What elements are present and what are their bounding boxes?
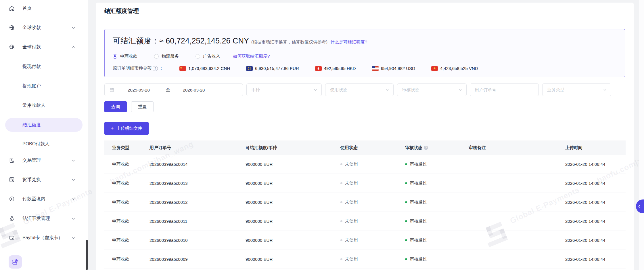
radio-icon <box>113 54 117 59</box>
business-type-radios: 电商收款 物流服务 广告收入 如何获取结汇额度? <box>113 54 270 59</box>
sidebar-divider <box>0 253 88 253</box>
filter-bar: 2025-09-28 至 2026-03-28 币种 使用状态 审核状态 业务类… <box>96 83 634 96</box>
column-header: 审核状态 ? <box>405 145 469 151</box>
sidebar-item-domestic-payment[interactable]: 付款至境内 <box>0 192 88 206</box>
sidebar-item-label: POBO付款人 <box>22 141 49 147</box>
column-header: 审核备注 <box>469 145 565 151</box>
date-separator: 至 <box>166 87 170 93</box>
order-number-input[interactable] <box>470 83 539 96</box>
help-icon[interactable]: ? <box>424 146 428 150</box>
money-bag-icon <box>9 215 15 222</box>
audit-status-select[interactable]: 审核状态 <box>397 83 467 96</box>
quota-amount: ≈ 60,724,252,145.26 CNY <box>159 37 249 45</box>
table-row: 电商收款 202600399abc0011 9000000 EUR 未使用 审核… <box>104 212 626 231</box>
table-row: 电商收款 202600399abc0010 9000000 EUR 未使用 审核… <box>104 231 626 250</box>
sidebar-item-withdraw-account[interactable]: 提现账户 <box>0 79 88 93</box>
currency-item-hkd: 492,595.95 HKD <box>315 66 356 71</box>
radio-icon <box>195 54 200 59</box>
sidebar-item-pobo-payer[interactable]: POBO付款人 <box>0 137 88 151</box>
status-dot-approved <box>405 220 407 222</box>
date-end-value[interactable]: 2026-03-28 <box>183 88 205 92</box>
radio-ecommerce[interactable]: 电商收款 <box>113 54 137 59</box>
sidebar-item-label: 交易管理 <box>22 157 41 163</box>
status-dot-approved <box>405 201 407 203</box>
sidebar-item-settlement-quota[interactable]: 结汇额度 <box>0 118 88 132</box>
sidebar-item-global-receive[interactable]: 全球收款 <box>0 21 88 35</box>
yuan-circle-icon <box>9 196 15 202</box>
table-row: 电商收款 202600399abc0009 9000000 EUR 未使用 审核… <box>104 250 626 269</box>
sidebar-item-currency-exchange[interactable]: 货币兑换 <box>0 173 88 187</box>
status-dot-unused <box>340 182 342 184</box>
column-header: 业务类型 <box>112 145 150 151</box>
sidebar-item-label: 提现付款 <box>22 64 41 70</box>
sidebar-item-label: 常用收款人 <box>22 102 45 109</box>
globe-receive-icon <box>9 24 15 31</box>
quota-note: (根据市场汇率换算，估算数值仅供参考) <box>251 39 327 45</box>
what-is-quota-link[interactable]: 什么是可结汇额度? <box>330 39 367 45</box>
status-dot-approved <box>405 258 407 260</box>
table-row: 电商收款 202600399abc0012 9000000 EUR 未使用 审核… <box>104 193 626 212</box>
sidebar: 首页 全球收款 全球付款 提现付款 提现账户 常用收款人 结汇额度 POBO付款… <box>0 0 88 270</box>
table-row: 电商收款 202600399abc0014 9000000 EUR 未使用 审核… <box>104 155 626 174</box>
sidebar-scrollbar-thumb[interactable] <box>86 240 88 270</box>
sidebar-item-label: 提现账户 <box>22 83 41 89</box>
reset-button[interactable]: 重置 <box>131 101 154 112</box>
chevron-down-icon <box>72 197 75 201</box>
page-scrollbar-track[interactable] <box>639 0 644 270</box>
quota-table: 业务类型 用户订单号 可结汇额度/币种 使用状态 审核状态 ? 审核备注 上传时… <box>104 140 626 269</box>
account-panel-button[interactable] <box>9 255 22 269</box>
how-to-get-quota-link[interactable]: 如何获取结汇额度? <box>233 54 270 59</box>
chevron-down-icon <box>313 88 317 92</box>
sidebar-item-label: Payful卡（虚拟卡） <box>22 235 63 241</box>
quota-label: 可结汇额度： <box>113 36 159 46</box>
date-start-value[interactable]: 2025-09-28 <box>128 88 150 92</box>
sidebar-item-transaction-management[interactable]: 交易管理 <box>0 153 88 167</box>
original-amount-label: 原订单明细币种金额 ? ： <box>113 66 163 71</box>
sidebar-item-frequent-payees[interactable]: 常用收款人 <box>0 98 88 112</box>
sidebar-item-label: 货币兑换 <box>22 177 41 183</box>
currency-item-usd: 654,904,982 USD <box>372 66 415 71</box>
date-range-picker[interactable]: 2025-09-28 至 2026-03-28 <box>104 83 243 96</box>
collapse-panel-button[interactable] <box>636 199 644 213</box>
column-header: 用户订单号 <box>150 145 246 151</box>
status-dot-unused <box>340 201 342 203</box>
sidebar-item-global-payment[interactable]: 全球付款 <box>0 40 88 54</box>
card-header: 结汇额度管理 <box>96 3 634 19</box>
sidebar-item-settlement-dispatch[interactable]: 结汇下发管理 <box>0 212 88 225</box>
flag-china-icon <box>179 66 186 71</box>
radio-icon <box>154 54 159 59</box>
business-type-select[interactable]: 业务类型 <box>542 83 611 96</box>
help-icon[interactable]: ? <box>153 66 158 71</box>
currency-exchange-icon <box>9 176 15 183</box>
chevron-left-icon <box>637 204 641 208</box>
main-card: 结汇额度管理 可结汇额度： ≈ 60,724,252,145.26 CNY (根… <box>96 3 634 270</box>
currency-select[interactable]: 币种 <box>246 83 322 96</box>
radio-advertising[interactable]: 广告收入 <box>195 54 220 59</box>
search-button[interactable]: 查询 <box>104 101 127 112</box>
sidebar-item-label: 结汇下发管理 <box>22 216 50 222</box>
plus-icon: + <box>111 126 114 131</box>
currency-item-cnh: 1,073,683,934.2 CNH <box>179 66 230 71</box>
flag-eu-icon <box>246 66 253 71</box>
chevron-down-icon <box>385 88 389 92</box>
sidebar-item-payful-card[interactable]: Payful卡（虚拟卡） <box>0 231 88 245</box>
sidebar-item-home[interactable]: 首页 <box>0 1 88 15</box>
chevron-down-icon <box>603 88 607 92</box>
sidebar-item-withdraw-payment[interactable]: 提现付款 <box>0 60 88 73</box>
status-dot-approved <box>405 239 407 241</box>
globe-pay-icon <box>9 44 15 50</box>
chevron-up-icon <box>72 45 75 49</box>
chevron-down-icon <box>72 236 75 240</box>
credit-card-icon <box>9 235 15 241</box>
usage-status-select[interactable]: 使用状态 <box>325 83 394 96</box>
status-dot-unused <box>340 258 342 260</box>
sidebar-item-label: 首页 <box>22 5 32 12</box>
chevron-down-icon <box>458 88 462 92</box>
radio-logistics[interactable]: 物流服务 <box>154 54 179 59</box>
card-list-icon <box>12 258 19 266</box>
upload-detail-file-button[interactable]: + 上传明细文件 <box>104 122 149 135</box>
calendar-icon <box>109 87 114 92</box>
quota-banner: 可结汇额度： ≈ 60,724,252,145.26 CNY (根据市场汇率换算… <box>104 29 625 77</box>
chevron-down-icon <box>72 217 75 220</box>
status-dot-approved <box>405 182 407 184</box>
